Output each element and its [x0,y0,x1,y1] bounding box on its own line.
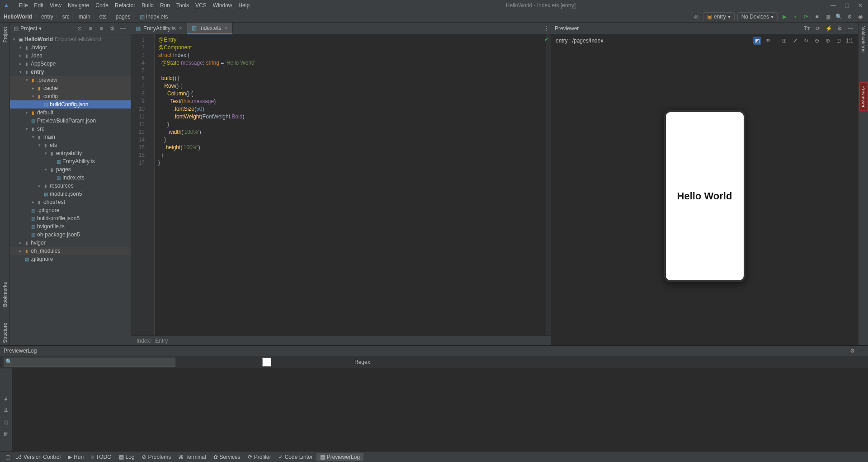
tree-root[interactable]: ▾ ▣ HelloWorld D:\code\HelloWorld [10,35,131,43]
clear-icon[interactable]: 🗑 [2,430,10,438]
zoom-out-icon[interactable]: ⊖ [813,37,821,45]
coverage-icon[interactable]: ⟳ [802,13,810,21]
target-icon[interactable]: ◎ [692,13,700,21]
tree-arrow-icon[interactable]: ▸ [18,249,23,253]
bottom-tab-version-control[interactable]: ⎇Version Control [12,453,64,461]
code-editor[interactable]: 1234567891011121314151617 @Entry@Compone… [131,34,551,335]
breadcrumb-item[interactable]: ets [99,14,107,20]
menu-navigate[interactable]: Navigate [65,1,92,9]
font-icon[interactable]: Tᴛ [803,24,811,33]
tree-node[interactable]: ▾▮src [10,125,131,133]
fit-icon[interactable]: ⊡ [835,37,843,45]
debug-icon[interactable]: ⌁ [791,13,799,21]
bottom-tab-terminal[interactable]: ⌘Terminal [175,453,209,461]
tree-node[interactable]: ▧EntryAbility.ts [10,157,131,165]
run-config-combo[interactable]: ▣ entry ▾ [703,12,735,21]
account-icon[interactable]: ◉ [856,13,864,21]
tree-arrow-icon[interactable]: ▸ [24,110,29,115]
open-icon[interactable]: ▥ [824,13,832,21]
up-icon[interactable]: ↑ [2,371,10,379]
refresh-icon[interactable]: ⟳ [814,24,822,33]
tree-arrow-icon[interactable]: ▾ [37,143,42,147]
tree-arrow-icon[interactable]: ▾ [24,78,29,82]
tree-node[interactable]: ▧PreviewBuildParam.json [10,117,131,125]
select-opened-icon[interactable]: ⊙ [75,24,84,33]
expand-all-icon[interactable]: ≡ [86,24,94,33]
scroll-icon[interactable]: ⇊ [2,406,10,415]
tree-node[interactable]: ▾▮entry [10,68,131,76]
hide-icon[interactable]: — [119,24,127,33]
menu-view[interactable]: View [47,1,64,9]
editor-error-stripe[interactable] [546,34,551,335]
tool-window-icon[interactable]: ▢ [4,453,12,461]
bookmarks-tool-tab[interactable]: Bookmarks [1,279,9,310]
stop-icon[interactable]: ■ [813,13,821,21]
search-icon[interactable]: 🔍 [835,13,843,21]
regex-checkbox[interactable]: Regex [181,358,370,367]
regex-checkbox-input[interactable] [181,358,353,367]
previewer-canvas[interactable]: Hello World [551,47,858,345]
menu-code[interactable]: Code [93,1,111,9]
menu-vcs[interactable]: VCS [193,1,209,9]
breadcrumb-item[interactable]: entry [41,14,53,20]
tree-node[interactable]: ▾▮entryability [10,149,131,157]
project-tool-tab[interactable]: Project [1,24,9,45]
editor-breadcrumb-item[interactable]: Entry [155,338,168,344]
bottom-tab-log[interactable]: ▤Log [115,453,138,461]
fold-gutter[interactable] [149,34,155,335]
tree-arrow-icon[interactable]: ▾ [24,127,29,131]
collapse-all-icon[interactable]: ≡ [97,24,105,33]
tree-node[interactable]: ▸▮resources [10,182,131,190]
down-icon[interactable]: ↓ [2,383,10,391]
tree-arrow-icon[interactable]: ▸ [18,61,23,66]
breadcrumb-item[interactable]: pages [116,14,131,20]
bottom-tab-todo[interactable]: ≡TODO [87,453,115,461]
bottom-tab-run[interactable]: ▶Run [64,453,87,461]
code-content[interactable]: @Entry@Componentstruct Index { @State me… [155,34,546,335]
menu-refactor[interactable]: Refactor [112,1,138,9]
tree-arrow-icon[interactable]: ▾ [43,167,48,172]
close-icon[interactable]: ✕ [856,1,864,9]
tree-arrow-icon[interactable]: ▾ [43,151,48,156]
tree-node[interactable]: ▧build-profile.json5 [10,214,131,222]
tree-node[interactable]: ▧.gitignore [10,206,131,214]
inspector-icon[interactable]: ◩ [753,37,761,45]
grid-icon[interactable]: ⊞ [780,37,788,45]
bottom-tab-problems[interactable]: ⊘Problems [138,453,175,461]
breadcrumb-item[interactable]: main [79,14,90,20]
zoom-in-icon[interactable]: ⊕ [824,37,832,45]
editor-breadcrumb[interactable]: Index 〉 Entry [131,335,551,345]
project-tree[interactable]: ▾ ▣ HelloWorld D:\code\HelloWorld ▾▮.hvi… [10,34,131,345]
hide-icon[interactable]: — [846,24,854,33]
tree-node[interactable]: ▸▮oh_modules [10,247,131,255]
print-icon[interactable]: ⎙ [2,418,10,426]
editor-tab[interactable]: ▧EntryAbility.ts✕ [131,23,187,34]
log-content[interactable] [12,368,868,451]
tree-node[interactable]: ▧.gitignore [10,255,131,263]
bottom-tab-services[interactable]: ✿Services [210,453,244,461]
tree-node[interactable]: ▾▮pages [10,165,131,174]
bottom-tab-previewerlog[interactable]: ▤PreviewerLog [316,453,363,461]
tree-node[interactable]: ▾▮ets [10,141,131,149]
chevron-down-icon[interactable]: ▾ [39,25,42,32]
device-combo[interactable]: No Devices ▾ [737,12,778,21]
maximize-icon[interactable]: ▢ [843,1,851,9]
tree-node[interactable]: ▾▮config [10,92,131,100]
breadcrumb-item[interactable]: ▧ Index.ets [140,14,168,20]
tree-arrow-icon[interactable]: ▾ [18,45,23,50]
notifications-tool-tab[interactable]: Notifications [860,23,867,55]
tree-arrow-icon[interactable]: ▸ [37,184,42,188]
menu-build[interactable]: Build [139,1,156,9]
tree-node[interactable]: ▸▮AppScope [10,60,131,68]
tree-arrow-icon[interactable]: ▸ [31,86,35,90]
layers-icon[interactable]: ≋ [764,37,772,45]
menu-help[interactable]: Help [236,1,252,9]
settings-icon[interactable]: ⚙ [835,24,844,33]
menu-run[interactable]: Run [157,1,173,9]
live-icon[interactable]: ⚡ [825,24,833,33]
tree-node[interactable]: ▸▮ohosTest [10,198,131,206]
run-icon[interactable]: ▶ [780,13,788,21]
tree-node[interactable]: ▸▮cache [10,84,131,92]
more-tabs-icon[interactable]: ⋮ [542,24,551,33]
tree-node[interactable]: ▸▮hvigor [10,239,131,247]
